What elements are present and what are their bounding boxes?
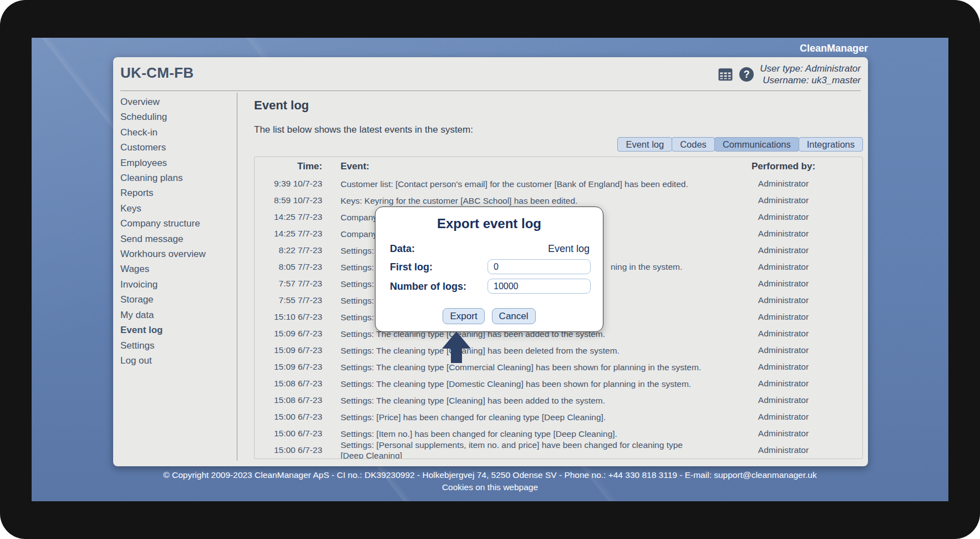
event-performed-by: Administrator: [704, 329, 862, 339]
sidebar-item-cleaning-plans[interactable]: Cleaning plans: [120, 170, 234, 185]
sidebar-item-scheduling[interactable]: Scheduling: [120, 109, 234, 124]
sidebar-item-customers[interactable]: Customers: [120, 140, 234, 155]
number-of-logs-label: Number of logs:: [390, 281, 466, 293]
user-info: User type: Administrator Username: uk3_m…: [760, 63, 861, 86]
sidebar-item-keys[interactable]: Keys: [120, 201, 234, 216]
dialog-title: Export event log: [375, 216, 603, 231]
table-row: 15:00 6/7-23Settings: [Price] has been c…: [255, 409, 862, 425]
sidebar-item-invoicing[interactable]: Invoicing: [120, 277, 234, 292]
dialog-row-first-log: First log:: [390, 259, 590, 276]
header-toolbar: ? User type: Administrator Username: uk3…: [718, 63, 861, 86]
pointer-arrow-cursor: [442, 331, 471, 363]
event-performed-by: Administrator: [704, 345, 862, 355]
event-time: 14:25 7/7-23: [255, 212, 322, 222]
sidebar-item-workhours-overview[interactable]: Workhours overview: [120, 246, 234, 261]
first-log-input[interactable]: [488, 259, 591, 274]
event-time: 15:08 6/7-23: [255, 379, 322, 389]
event-time: 15:09 6/7-23: [255, 345, 322, 355]
event-time: 8:22 7/7-23: [255, 245, 322, 255]
sidebar-item-log-out[interactable]: Log out: [120, 353, 234, 368]
tab-integrations[interactable]: Integrations: [799, 137, 863, 152]
sidebar-item-reports[interactable]: Reports: [120, 185, 234, 200]
event-text: Settings: The cleaning type [Commercial …: [341, 362, 704, 372]
first-log-label: First log:: [390, 261, 433, 273]
event-performed-by: Administrator: [704, 212, 862, 222]
page-title: UK-CM-FB: [120, 64, 194, 82]
event-time: 15:09 6/7-23: [255, 329, 322, 339]
event-text: Settings: [Price] has been changed for c…: [341, 412, 704, 422]
event-performed-by: Administrator: [704, 195, 862, 205]
column-header-time: Time:: [255, 161, 322, 172]
sidebar-item-company-structure[interactable]: Company structure: [120, 216, 234, 231]
sidebar-item-storage[interactable]: Storage: [120, 292, 234, 307]
sidebar-item-employees[interactable]: Employees: [120, 155, 234, 170]
event-text: Settings: The cleaning type [Cleaning] h…: [341, 395, 704, 406]
section-subtitle: The list below shows the latest events i…: [254, 124, 473, 135]
event-performed-by: Administrator: [704, 379, 862, 389]
event-performed-by: Administrator: [704, 395, 862, 405]
event-performed-by: Administrator: [704, 445, 862, 455]
event-text: Customer list: [Contact person's email] …: [341, 179, 704, 189]
arrow-head: [442, 331, 471, 349]
username-label: Username: uk3_master: [760, 74, 861, 86]
sidebar-divider: [237, 93, 237, 461]
event-time: 15:09 6/7-23: [255, 362, 322, 372]
table-row: 15:00 6/7-23Settings: [Personal suppleme…: [255, 442, 862, 459]
event-time: 15:00 6/7-23: [255, 429, 322, 439]
event-text: Keys: Keyring for the customer [ABC Scho…: [341, 195, 704, 206]
tab-communications[interactable]: Communications: [714, 137, 799, 152]
event-text: Settings: [Personal supplements, item no…: [341, 440, 704, 459]
column-header-event: Event:: [341, 161, 704, 172]
tab-group: Event logCodesCommunicationsIntegrations: [617, 137, 863, 152]
sidebar-item-send-message[interactable]: Send message: [120, 231, 234, 246]
event-performed-by: Administrator: [704, 262, 862, 272]
sidebar-item-wages[interactable]: Wages: [120, 261, 234, 276]
arrow-stem: [451, 349, 462, 363]
table-grid-icon[interactable]: [718, 67, 733, 82]
help-icon[interactable]: ?: [739, 67, 754, 82]
event-performed-by: Administrator: [704, 279, 862, 289]
sidebar-item-settings[interactable]: Settings: [120, 338, 234, 353]
table-row: 15:09 6/7-23Settings: The cleaning type …: [255, 342, 862, 359]
tab-codes[interactable]: Codes: [672, 137, 715, 152]
column-header-performed-by: Performed by:: [704, 161, 862, 172]
event-performed-by: Administrator: [704, 295, 862, 305]
cancel-button[interactable]: Cancel: [492, 308, 536, 324]
sidebar-item-check-in[interactable]: Check-in: [120, 125, 234, 140]
cookies-link[interactable]: Cookies on this webpage: [442, 482, 538, 493]
event-performed-by: Administrator: [704, 429, 862, 439]
dialog-row-data: Data: Event log: [390, 241, 590, 258]
export-button[interactable]: Export: [443, 308, 484, 324]
event-performed-by: Administrator: [704, 245, 862, 255]
event-time: 15:08 6/7-23: [255, 395, 322, 405]
sidebar-item-overview[interactable]: Overview: [120, 94, 234, 109]
table-row: 9:39 10/7-23Customer list: [Contact pers…: [255, 175, 862, 192]
event-time: 15:10 6/7-23: [255, 312, 322, 322]
event-time: 14:25 7/7-23: [255, 229, 322, 239]
event-performed-by: Administrator: [704, 362, 862, 372]
brand-logo: CleanManager: [800, 43, 868, 54]
sidebar-item-my-data[interactable]: My data: [120, 308, 234, 323]
event-time: 9:39 10/7-23: [255, 179, 322, 189]
event-text: Settings: The cleaning type [Cleaning] h…: [341, 345, 704, 356]
event-text-fragment: ning in the system.: [611, 259, 682, 275]
event-text: Settings: The cleaning type [Domestic Cl…: [341, 379, 704, 389]
event-performed-by: Administrator: [704, 179, 862, 189]
section-heading: Event log: [254, 98, 309, 113]
event-time: 7:57 7/7-23: [255, 279, 322, 289]
event-time: 15:00 6/7-23: [255, 412, 322, 422]
event-performed-by: Administrator: [704, 229, 862, 239]
data-value: Event log: [548, 243, 590, 255]
sidebar-item-event-log[interactable]: Event log: [120, 323, 234, 337]
event-time: 7:55 7/7-23: [255, 295, 322, 305]
table-header-row: Time: Event: Performed by:: [255, 157, 862, 175]
event-text: Settings: [Item no.] has been changed fo…: [341, 429, 704, 439]
data-label: Data:: [390, 243, 415, 255]
footer: © Copyright 2009-2023 CleanManager ApS -…: [32, 470, 948, 493]
tab-event-log[interactable]: Event log: [617, 137, 672, 152]
event-performed-by: Administrator: [704, 412, 862, 422]
event-performed-by: Administrator: [704, 312, 862, 322]
event-time: 15:00 6/7-23: [255, 445, 322, 455]
table-row: 15:09 6/7-23Settings: The cleaning type …: [255, 359, 862, 375]
number-of-logs-input[interactable]: [488, 279, 591, 294]
